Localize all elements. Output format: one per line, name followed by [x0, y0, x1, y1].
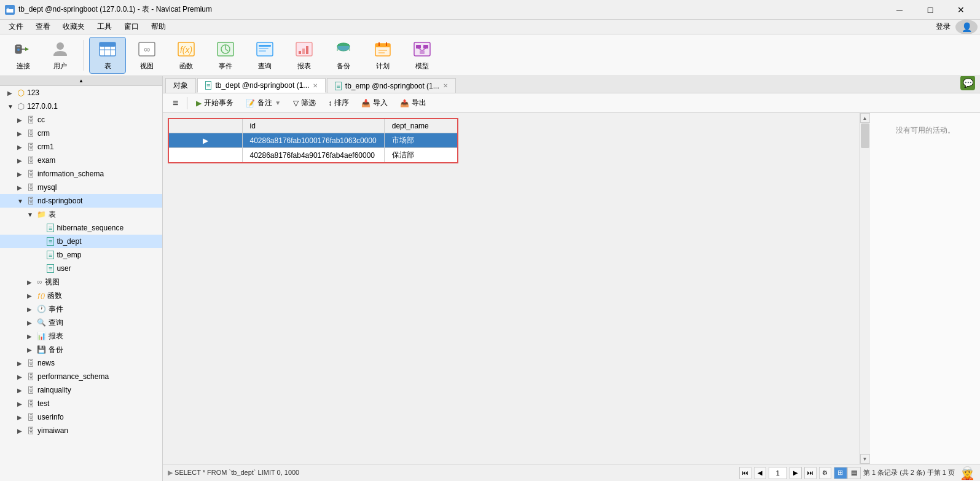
cell-dept-name-2: 保洁部 [384, 148, 458, 163]
sidebar-scroll-up[interactable]: ▲ [0, 76, 162, 86]
sidebar-item-tables-folder[interactable]: ▼ 📁 表 [0, 208, 162, 221]
menu-tools[interactable]: 工具 [91, 20, 118, 33]
login-button[interactable]: 登录 [931, 20, 955, 33]
nav-last-button[interactable]: ⏭ [804, 467, 817, 479]
sidebar-label-events: 事件 [49, 304, 63, 315]
sidebar-item-backups-folder[interactable]: ▶ 💾 备份 [0, 343, 162, 356]
tree-arrow-queries: ▶ [27, 319, 34, 326]
menu-window[interactable]: 窗口 [118, 20, 145, 33]
grid-view-button[interactable]: ⊞ [834, 467, 847, 479]
toolbar-backup-button[interactable]: 备份 [325, 37, 362, 74]
menu-favorites[interactable]: 收藏夹 [57, 20, 91, 33]
sidebar-label-queries: 查询 [49, 318, 63, 328]
query-icon [255, 39, 275, 59]
toolbar-report-button[interactable]: 报表 [286, 37, 323, 74]
sidebar-item-exam[interactable]: ▶ 🗄 exam [0, 154, 162, 167]
toolbar-schedule-button[interactable]: 计划 [364, 37, 401, 74]
sidebar-item-views-folder[interactable]: ▶ ∞ 视图 [0, 275, 162, 289]
sort-icon: ↕ [328, 99, 332, 108]
tab-objects[interactable]: 对象 [165, 78, 196, 93]
report-icon [294, 39, 314, 59]
filter-icon: ▽ [293, 99, 299, 108]
toolbar-model-button[interactable]: 模型 [404, 37, 441, 74]
sidebar-item-cc[interactable]: ▶ 🗄 cc [0, 113, 162, 127]
sidebar-item-reports-folder[interactable]: ▶ 📊 报表 [0, 329, 162, 343]
sidebar-item-functions-folder[interactable]: ▶ ƒ() 函数 [0, 289, 162, 302]
begin-transaction-button[interactable]: ▶ 开始事务 [191, 96, 238, 110]
sort-button[interactable]: ↕ 排序 [323, 96, 354, 110]
nav-first-button[interactable]: ⏮ [739, 467, 751, 479]
sidebar-item-queries-folder[interactable]: ▶ 🔍 查询 [0, 316, 162, 329]
col-header-dept-name[interactable]: dept_name [384, 119, 458, 133]
export-button[interactable]: 📤 导出 [395, 96, 431, 110]
toolbar-view-button[interactable]: ∞ 视图 [128, 37, 165, 74]
svg-rect-43 [420, 50, 425, 54]
toolbar-event-button[interactable]: 事件 [207, 37, 244, 74]
sidebar-item-localhost[interactable]: ▼ ⬡ 127.0.0.1 [0, 100, 162, 113]
menu-help[interactable]: 帮助 [145, 20, 172, 33]
scroll-up-arrow[interactable]: ▲ [860, 113, 870, 123]
sidebar-item-tb-dept[interactable]: ▶ ≡ tb_dept [0, 235, 162, 248]
sidebar-item-mysql[interactable]: ▶ 🗄 mysql [0, 181, 162, 194]
close-button[interactable]: ✕ [947, 0, 975, 20]
note-button[interactable]: 📝 备注 ▼ [241, 96, 286, 110]
function-icon: f(x) [176, 39, 196, 59]
table-row[interactable]: ▶ 40286a8176fab1000176fab1063c0000 市场部 [168, 133, 458, 148]
backup-icon [334, 39, 353, 59]
menu-hamburger-button[interactable]: ≡ [168, 96, 183, 111]
toolbar-connect-button[interactable]: 连接 [5, 37, 42, 74]
menu-view[interactable]: 查看 [29, 20, 57, 33]
toolbar-table-button[interactable]: 表 [89, 37, 126, 74]
minimize-button[interactable]: ─ [885, 0, 914, 20]
menu-file[interactable]: 文件 [2, 20, 29, 33]
nav-settings-button[interactable]: ⚙ [819, 467, 831, 479]
note-icon: 📝 [246, 99, 255, 108]
sidebar-item-tb-emp[interactable]: ▶ ≡ tb_emp [0, 248, 162, 262]
sidebar-item-crm1[interactable]: ▶ 🗄 crm1 [0, 140, 162, 154]
nav-next-button[interactable]: ▶ [790, 467, 802, 479]
sidebar-item-userinfo[interactable]: ▶ 🗄 userinfo [0, 410, 162, 424]
form-view-button[interactable]: ▤ [847, 467, 861, 479]
chat-button[interactable]: 💬 [955, 76, 980, 93]
sidebar-label-exam: exam [37, 156, 55, 165]
filter-button[interactable]: ▽ 筛选 [288, 96, 321, 110]
col-header-id[interactable]: id [242, 119, 384, 133]
tree-arrow-test: ▶ [17, 401, 25, 407]
sidebar-label-mysql: mysql [37, 183, 57, 192]
window-controls[interactable]: ─ □ ✕ [885, 0, 975, 20]
import-button[interactable]: 📥 导入 [356, 96, 393, 110]
nav-prev-button[interactable]: ◀ [754, 467, 766, 479]
sidebar-label-info: information_schema [37, 170, 104, 178]
tree-arrow-123: ▶ [7, 90, 15, 96]
scroll-down-arrow[interactable]: ▼ [860, 454, 870, 464]
sidebar-item-hibernate-sequence[interactable]: ▶ ≡ hibernate_sequence [0, 221, 162, 235]
tab-close-dept[interactable]: ✕ [313, 82, 318, 89]
maximize-button[interactable]: □ [916, 0, 944, 20]
tree-arrow-news: ▶ [17, 360, 25, 367]
tab-tb-dept[interactable]: ≡ tb_dept @nd-springboot (1... ✕ [197, 78, 326, 93]
sidebar-item-crm[interactable]: ▶ 🗄 crm [0, 127, 162, 140]
sidebar-item-rainquality[interactable]: ▶ 🗄 rainquality [0, 383, 162, 397]
note-dropdown: ▼ [275, 100, 281, 106]
sidebar-item-yimaiwan[interactable]: ▶ 🗄 yimaiwan [0, 424, 162, 437]
sidebar-item-nd-springboot[interactable]: ▼ 🗄 nd-springboot [0, 194, 162, 208]
scroll-track[interactable] [860, 123, 870, 454]
toolbar-model-label: 模型 [415, 61, 429, 71]
sidebar-item-news[interactable]: ▶ 🗄 news [0, 356, 162, 370]
sidebar-item-perf-schema[interactable]: ▶ 🗄 performance_schema [0, 370, 162, 383]
sidebar-item-events-folder[interactable]: ▶ 🕐 事件 [0, 302, 162, 316]
table-scrollbar[interactable]: ▲ ▼ [860, 113, 869, 464]
page-input[interactable] [769, 467, 787, 479]
sidebar-item-information-schema[interactable]: ▶ 🗄 information_schema [0, 167, 162, 181]
import-label: 导入 [373, 98, 388, 108]
scroll-thumb[interactable] [861, 123, 869, 148]
toolbar-user-button[interactable]: 用户 [42, 37, 79, 74]
tab-tb-emp[interactable]: ≡ tb_emp @nd-springboot (1... ✕ [327, 78, 455, 93]
sidebar-item-test[interactable]: ▶ 🗄 test [0, 397, 162, 410]
toolbar-query-button[interactable]: 查询 [246, 37, 283, 74]
sidebar-item-user[interactable]: ▶ ≡ user [0, 262, 162, 275]
table-row[interactable]: 40286a8176fab4a90176fab4aef60000 保洁部 [168, 148, 458, 163]
sidebar-item-123[interactable]: ▶ ⬡ 123 [0, 86, 162, 100]
tab-close-emp[interactable]: ✕ [443, 82, 448, 89]
toolbar-function-button[interactable]: f(x) 函数 [168, 37, 205, 74]
